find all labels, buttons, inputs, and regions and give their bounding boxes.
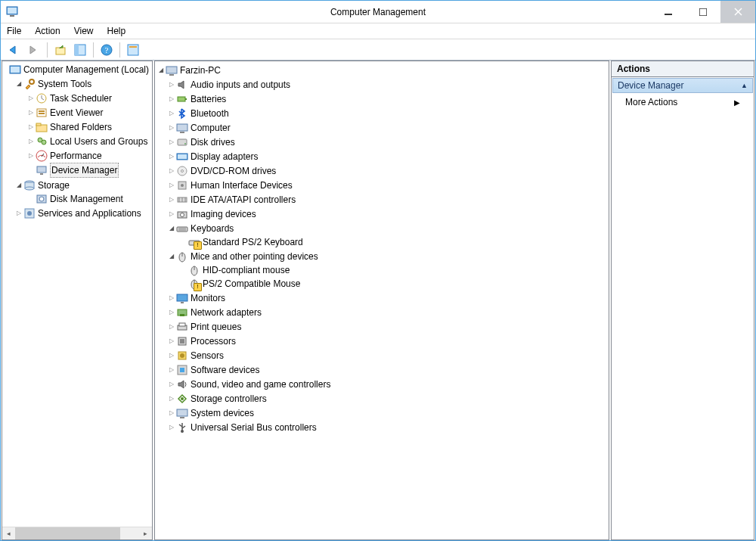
menu-file[interactable]: File [7,26,21,36]
svg-point-78 [181,397,184,400]
up-button[interactable] [51,42,70,58]
usb-icon [176,421,188,434]
menu-help[interactable]: Help [107,26,126,36]
device-label: Sensors [191,349,224,362]
svg-point-43 [184,143,186,145]
device-sound[interactable]: Sound, video and game controllers [155,377,609,391]
tree-label: Device Manager [50,163,119,178]
scroll-right-button[interactable]: ▸ [139,527,152,540]
svg-rect-3 [665,14,672,15]
svg-text:?: ? [105,45,109,54]
svg-rect-80 [180,417,184,418]
svg-point-75 [180,353,184,358]
device-print[interactable]: Print queues [155,319,609,334]
svg-rect-67 [181,302,184,303]
collapse-icon: ▲ [741,82,748,89]
scroll-left-button[interactable]: ◂ [2,527,15,540]
actions-section-label: Device Manager [618,80,683,91]
cpu-icon [176,335,188,347]
device-display[interactable]: Display adapters [155,149,609,163]
svg-point-35 [27,211,32,216]
device-label: Universal Serial Bus controllers [191,421,317,434]
device-dvd[interactable]: DVD/CD-ROM drives [155,163,609,178]
tree-label: System Tools [38,77,91,91]
maximize-button[interactable] [686,1,720,23]
device-monitors[interactable]: Monitors [155,291,609,305]
device-mice[interactable]: Mice and other pointing devices [155,249,609,263]
device-mouse-hid[interactable]: HID-compliant mouse [155,263,609,277]
device-mouse-ps2[interactable]: PS/2 Compatible Mouse [155,277,609,291]
svg-point-49 [181,184,184,187]
device-mgr-icon [36,164,48,176]
device-disk[interactable]: Disk drives [155,135,609,149]
device-label: Monitors [191,291,225,305]
device-processors[interactable]: Processors [155,334,609,348]
device-computer[interactable]: Computer [155,120,609,135]
tree-local-users[interactable]: Local Users and Groups [2,134,152,148]
left-scrollbar[interactable]: ◂ ▸ [2,527,152,539]
device-hid[interactable]: Human Interface Devices [155,178,609,192]
show-hide-tree-button[interactable] [71,42,89,58]
svg-rect-73 [180,339,184,344]
tree-disk-management[interactable]: Disk Management [2,192,152,206]
tree-shared-folders[interactable]: Shared Folders [2,120,152,134]
tree-system-tools[interactable]: System Tools [2,76,152,91]
ide-icon [176,194,188,206]
device-storage-ctrl[interactable]: Storage controllers [155,391,609,406]
disc-icon [176,165,188,177]
device-label: Sound, video and game controllers [191,378,330,391]
menubar: File Action View Help [1,23,755,39]
device-label: Standard PS/2 Keyboard [203,235,303,249]
tree-performance[interactable]: Performance [2,148,152,163]
device-batteries[interactable]: Batteries [155,92,609,106]
device-sensors[interactable]: Sensors [155,348,609,362]
close-button[interactable] [720,1,755,23]
device-label: Software devices [191,363,259,377]
svg-rect-2 [10,15,14,17]
back-button[interactable] [5,42,23,58]
actions-section[interactable]: Device Manager ▲ [612,78,753,93]
scroll-thumb[interactable] [15,527,120,539]
device-network[interactable]: Network adapters [155,305,609,319]
device-imaging[interactable]: Imaging devices [155,207,609,221]
device-audio[interactable]: Audio inputs and outputs [155,77,609,92]
device-keyboard-std[interactable]: Standard PS/2 Keyboard [155,235,609,249]
forward-button[interactable] [25,42,43,58]
svg-rect-28 [40,173,43,175]
svg-rect-7 [56,48,65,54]
help-button[interactable]: ? [98,42,116,58]
device-keyboards[interactable]: Keyboards [155,221,609,235]
toolbar: ? [1,39,755,61]
mouse-icon [176,250,188,263]
properties-button[interactable] [124,42,142,58]
device-label: Print queues [191,320,241,334]
device-label: Farzin-PC [180,64,221,77]
clock-icon [36,92,48,104]
tree-device-manager[interactable]: Device Manager [2,163,152,178]
device-system[interactable]: System devices [155,406,609,420]
device-bluetooth[interactable]: Bluetooth [155,106,609,120]
tree-task-scheduler[interactable]: Task Scheduler [2,91,152,105]
battery-icon [176,93,188,105]
device-software[interactable]: Software devices [155,362,609,377]
device-root[interactable]: Farzin-PC [155,63,609,77]
mmc-icon [9,64,21,76]
device-usb[interactable]: Universal Serial Bus controllers [155,420,609,434]
minimize-button[interactable] [651,1,686,23]
actions-more[interactable]: More Actions ▶ [612,94,754,110]
tree-root[interactable]: Computer Management (Local) [2,63,152,76]
tree-event-viewer[interactable]: Event Viewer [2,105,152,120]
printer-icon [176,321,188,333]
tree-label: Services and Applications [38,207,141,220]
device-ide[interactable]: IDE ATA/ATAPI controllers [155,192,609,207]
tree-storage[interactable]: Storage [2,178,152,192]
tree-services-apps[interactable]: Services and Applications [2,206,152,220]
tree-label: Performance [50,149,102,163]
nic-icon [176,306,188,319]
tree-label: Computer Management (Local) [23,63,149,76]
keyboard-warn-icon [188,236,200,248]
svg-rect-27 [37,166,46,173]
svg-rect-40 [177,124,187,131]
menu-view[interactable]: View [74,26,94,36]
menu-action[interactable]: Action [35,26,60,36]
